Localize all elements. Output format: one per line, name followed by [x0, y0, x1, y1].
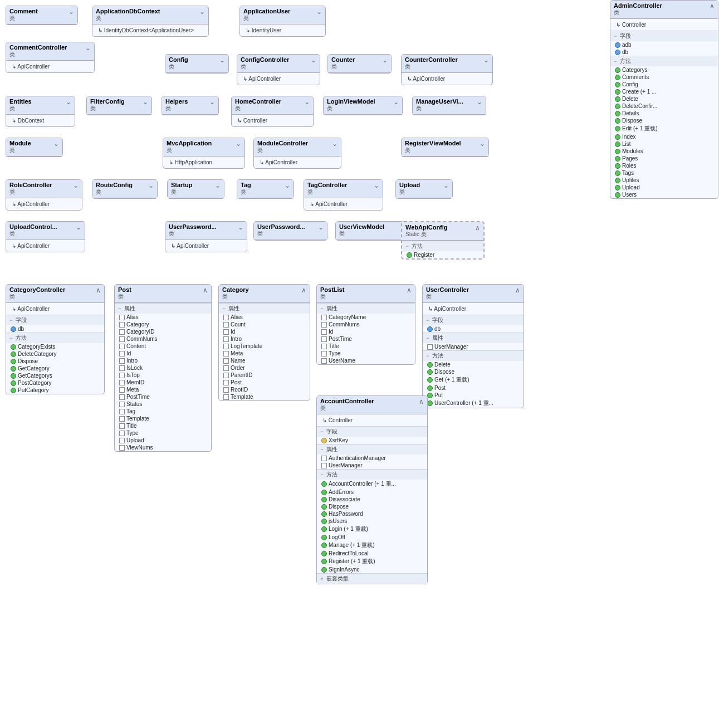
loginviewmodel-box: LoginViewModel 类 ⌄	[323, 96, 403, 115]
method-dispose: Dispose	[610, 117, 718, 124]
applicationdbcontext-stereotype: 类	[96, 14, 160, 22]
field-icon	[615, 42, 620, 48]
admincontroller-field-adb: adb	[610, 41, 718, 48]
category-box: Category 类 ∧ － 属性 Alias Count Id Intro L…	[218, 284, 310, 401]
uploadcontroller-box: UploadControl... 类 ⌄ ↳ ApiController	[6, 221, 85, 252]
filterconfig-box: FilterConfig 类 ⌄	[86, 96, 152, 115]
mvcapplication-box: MvcApplication 类 ⌄ ↳ HttpApplication	[163, 138, 245, 169]
categorycontroller-field-db: db	[6, 325, 104, 333]
applicationdbcontext-inherit: ↳ IdentityDbContext<ApplicationUser>	[96, 26, 205, 35]
post-box: Post 类 ∧ － 属性 Alias Category CategoryID …	[114, 284, 212, 452]
method-tags: Tags	[610, 169, 718, 177]
applicationuser-title: ApplicationUser	[243, 8, 290, 14]
method-modules: Modules	[610, 148, 718, 155]
method-users: Users	[610, 191, 718, 198]
module-box: Module 类 ⌄	[6, 138, 63, 157]
startup-box: Startup 类 ⌄	[167, 179, 224, 199]
applicationuser-header: ApplicationUser 类 ⌄	[240, 6, 325, 25]
manageuservi-box: ManageUserVi... 类 ⌄	[412, 96, 486, 115]
applicationdbcontext-box: ApplicationDbContext 类 ⌄ ↳ IdentityDbCon…	[92, 6, 209, 37]
method-list: List	[610, 140, 718, 148]
method-delete: Delete	[610, 95, 718, 102]
comment-box: Comment 类 ⌄	[6, 6, 78, 25]
postlist-box: PostList 类 ∧ － 属性 CategoryName CommNums …	[316, 284, 415, 365]
webapiconfig-box: WebApiConfig Static 类 ∧ － 方法 Register	[401, 221, 485, 260]
method-create: Create (+ 1 ...	[610, 88, 718, 95]
homecontroller-box: HomeController 类 ⌄ ↳ Controller	[231, 96, 314, 127]
comment-header: Comment 类 ⌄	[6, 6, 77, 25]
commentcontroller-box: CommentController 类 ⌄ ↳ ApiController	[6, 42, 95, 73]
method-details: Details	[610, 110, 718, 117]
admincontroller-box: AdminController 类 ∧ ↳ Controller － 字段 ad…	[610, 0, 718, 199]
method-icon	[407, 252, 412, 258]
field-icon	[615, 50, 620, 55]
comment-chevron[interactable]: ⌄	[69, 8, 74, 16]
accountcontroller-box: AccountController 类 ∧ ↳ Controller － 字段 …	[316, 395, 428, 584]
method-index: Index	[610, 133, 718, 140]
usercontroller-box: UserController 类 ∧ ↳ ApiController － 字段 …	[422, 284, 524, 408]
method-upfiles: Upfiles	[610, 177, 718, 184]
applicationuser-box: ApplicationUser 类 ⌄ ↳ IdentityUser	[239, 6, 326, 37]
comment-title: Comment	[9, 8, 38, 14]
configcontroller-box: ConfigController 类 ⌄ ↳ ApiController	[237, 54, 320, 85]
userpassword1-box: UserPassword... 类 ⌄ ↳ ApiController	[165, 221, 247, 252]
comment-stereotype: 类	[9, 14, 38, 22]
method-deleteconfir: DeleteConfir...	[610, 102, 718, 110]
upload-box: Upload 类 ⌄	[395, 179, 453, 199]
config-box: Config 类 ⌄	[165, 54, 229, 74]
entities-box: Entities 类 ⌄ ↳ DbContext	[6, 96, 75, 127]
method-config: Config	[610, 81, 718, 88]
routeconfig-box: RouteConfig 类 ⌄	[92, 179, 158, 199]
applicationdbcontext-chevron[interactable]: ⌄	[199, 8, 205, 16]
method-roles: Roles	[610, 162, 718, 169]
applicationuser-body: ↳ IdentityUser	[240, 25, 325, 36]
diagram-canvas: Comment 类 ⌄ ApplicationDbContext 类 ⌄ ↳ I…	[0, 0, 719, 728]
registerviewmodel-box: RegisterViewModel 类 ⌄	[401, 138, 489, 157]
method-edit: Edit (+ 1 重载)	[610, 124, 718, 133]
applicationdbcontext-title: ApplicationDbContext	[96, 8, 160, 14]
applicationuser-chevron[interactable]: ⌄	[316, 8, 322, 16]
tagcontroller-box: TagController 类 ⌄ ↳ ApiController	[304, 179, 383, 211]
helpers-box: Helpers 类 ⌄	[162, 96, 219, 115]
applicationdbcontext-header: ApplicationDbContext 类 ⌄	[92, 6, 208, 25]
userpassword2-box: UserPassword... 类 ⌄	[253, 221, 327, 241]
webapiconfig-register: Register	[402, 251, 483, 258]
method-categorys: Categorys	[610, 66, 718, 74]
counter-box: Counter 类 ⌄	[327, 54, 392, 74]
countercontroller-box: CounterController 类 ⌄ ↳ ApiController	[401, 54, 493, 85]
tag-box: Tag 类 ⌄	[237, 179, 294, 199]
method-pages: Pages	[610, 155, 718, 162]
admincontroller-field-db: db	[610, 48, 718, 56]
applicationdbcontext-body: ↳ IdentityDbContext<ApplicationUser>	[92, 25, 208, 36]
modulecontroller-box: ModuleController 类 ⌄ ↳ ApiController	[253, 138, 341, 169]
categorycontroller-box: CategoryController 类 ∧ ↳ ApiController －…	[6, 284, 105, 394]
rolecontroller-box: RoleController 类 ⌄ ↳ ApiController	[6, 179, 82, 211]
method-upload: Upload	[610, 184, 718, 191]
method-comments: Comments	[610, 74, 718, 81]
